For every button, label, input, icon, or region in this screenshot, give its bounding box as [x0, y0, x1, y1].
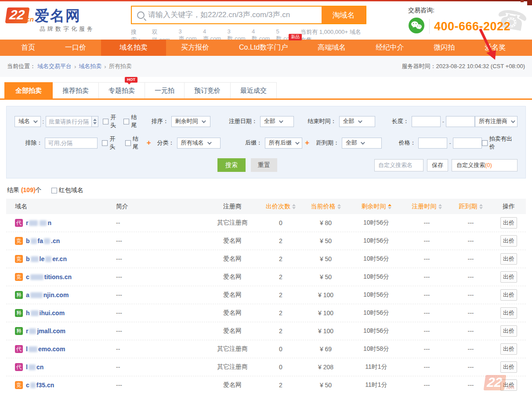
breadcrumb-link[interactable]: 域名交易平台 — [37, 62, 72, 70]
add-exclude-button[interactable]: + — [147, 138, 151, 147]
search-submit-button[interactable]: 淘域名 — [322, 7, 366, 23]
search-icon — [137, 11, 145, 19]
field-type-select[interactable]: 域名 — [14, 116, 41, 127]
sort-select[interactable]: 剩余时间 — [171, 116, 210, 127]
checkbox-icon — [123, 119, 129, 124]
tab-2[interactable]: 推荐拍卖 — [53, 82, 99, 98]
table-row: 竞bleer.cn---爱名网2¥ 5010时56分------出价 — [6, 250, 526, 268]
tab-6[interactable]: 最近成交 — [231, 82, 277, 98]
regtime-cell: --- — [404, 237, 450, 244]
registrar-select[interactable]: 所有注册商 — [475, 116, 518, 127]
domain-cell: 竞bleer.cn — [6, 255, 107, 263]
tab-3[interactable]: 专题拍卖HOT — [99, 82, 145, 98]
starts-with-checkbox[interactable]: 开头 — [103, 113, 119, 129]
nav-item-2[interactable]: 一口价 — [50, 40, 101, 56]
blurred-text — [45, 256, 51, 262]
column-header[interactable]: 出价次数 — [259, 203, 303, 211]
save-button[interactable]: 保存 — [427, 159, 448, 171]
domain-link[interactable]: lemo.com — [26, 346, 65, 353]
price-max-input[interactable] — [453, 138, 482, 149]
reset-button[interactable]: 重置 — [251, 158, 277, 172]
domain-link[interactable]: hihui.com — [26, 309, 65, 317]
nav-item-3[interactable]: 域名拍卖 — [101, 40, 166, 56]
domain-link[interactable]: rn — [26, 219, 51, 226]
bid-button[interactable]: 出价 — [500, 217, 517, 229]
domain-link[interactable]: bfa.cn — [26, 237, 60, 244]
tab-4[interactable]: 一元拍 — [145, 82, 185, 98]
price-cell: ¥ 69 — [303, 346, 349, 353]
remaining-cell: 11时1分 — [349, 363, 404, 371]
column-header[interactable]: 剩余时间 — [349, 203, 404, 211]
bid-button[interactable]: 出价 — [500, 289, 517, 301]
intro-cell: --- — [107, 382, 206, 389]
nav-item-8[interactable]: 微闪拍 — [419, 40, 470, 56]
domain-link[interactable]: lcn — [26, 364, 43, 371]
sort-label: 排序： — [152, 117, 169, 125]
exclude-input[interactable] — [45, 138, 98, 149]
table-row: 代lcn--其它注册商0¥ 20811时1分------出价 — [6, 358, 526, 376]
exclude-ends-checkbox[interactable]: 结尾 — [125, 135, 144, 151]
bid-button[interactable]: 出价 — [500, 235, 517, 247]
domain-link[interactable]: cf35.cn — [26, 382, 54, 389]
site-logo[interactable]: 22 cn 爱名网 品牌数字化服务 — [6, 5, 126, 33]
nav-item-4[interactable]: 买方报价 — [166, 40, 224, 56]
remaining-cell: 10时56分 — [349, 273, 404, 281]
sort-up-icon — [337, 204, 341, 206]
registrar-cell: 爱名网 — [206, 273, 259, 281]
exclude-starts-checkbox[interactable]: 开头 — [102, 135, 121, 151]
regdate-select[interactable]: 全部 — [260, 116, 294, 127]
bid-button[interactable]: 出价 — [500, 307, 517, 319]
domain-text: ihui.com — [40, 309, 65, 317]
has-bid-checkbox[interactable]: 拍卖有出价 — [482, 135, 518, 151]
server-time: 服务器时间：2023-08-22 10:04:32 (CST +08:00) — [402, 62, 525, 70]
nav-item-1[interactable]: 首页 — [6, 40, 50, 56]
expire-cell: --- — [450, 291, 492, 298]
ends-with-checkbox[interactable]: 结尾 — [123, 113, 140, 129]
column-header[interactable]: 距到期 — [450, 203, 492, 211]
domain-link[interactable]: rjmall.com — [26, 328, 65, 335]
wechat-icon[interactable] — [408, 17, 425, 36]
domain-type-badge: 竞 — [15, 273, 23, 281]
logo-site-name: 爱名网 — [35, 8, 81, 23]
tab-5[interactable]: 预订竞价 — [185, 82, 231, 98]
bid-button[interactable]: 出价 — [500, 271, 517, 283]
price-min-input[interactable] — [418, 138, 447, 149]
custom-search-label: 自定义搜索 — [456, 161, 485, 169]
length-min-input[interactable] — [412, 116, 441, 127]
breadcrumb-link[interactable]: 域名拍卖 — [79, 62, 101, 70]
spinner-control[interactable] — [91, 116, 98, 127]
length-max-input[interactable] — [446, 116, 475, 127]
nav-item-6[interactable]: 高端域名 — [303, 40, 361, 56]
column-header[interactable]: 当前价格 — [303, 203, 349, 211]
remaining-cell: 10时56分 — [349, 237, 404, 245]
blurred-text — [29, 364, 36, 370]
regtime-cell: --- — [404, 255, 450, 262]
column-header[interactable]: 注册时间 — [404, 203, 450, 211]
domain-link[interactable]: bleer.cn — [26, 255, 67, 262]
add-suffix-button[interactable]: + — [305, 138, 309, 147]
category-select[interactable]: 所有域名 — [177, 138, 221, 149]
search-input[interactable] — [148, 7, 322, 23]
sort-down-icon — [438, 207, 442, 209]
bids-cell: 2 — [259, 382, 303, 389]
nav-item-7[interactable]: 经纪中介 — [361, 40, 419, 56]
nav-item-5[interactable]: Co.Ltd数字门户新品 — [224, 40, 303, 56]
suffix-select[interactable]: 所有后缀 — [265, 138, 302, 149]
domain-link[interactable]: ctitions.cn — [26, 273, 72, 280]
custom-search-name-input[interactable]: 自定义搜索名 — [374, 159, 423, 171]
nav-item-9[interactable]: 爱名奖 — [470, 40, 521, 56]
redpacket-checkbox[interactable]: 红包域名 — [51, 186, 83, 194]
bid-button[interactable]: 出价 — [500, 343, 517, 355]
expire-select[interactable]: 全部 — [342, 138, 382, 149]
batch-domain-input[interactable] — [46, 116, 91, 127]
endtime-select[interactable]: 全部 — [339, 116, 375, 127]
nav-item-label: 首页 — [21, 43, 35, 52]
domain-link[interactable]: anjin.com — [26, 291, 69, 298]
bid-button[interactable]: 出价 — [500, 253, 517, 265]
tab-1[interactable]: 全部拍卖 — [4, 82, 53, 98]
bid-button[interactable]: 出价 — [500, 361, 517, 373]
search-button[interactable]: 搜索 — [217, 158, 246, 172]
sort-down-icon — [337, 207, 341, 209]
custom-search-box[interactable]: 自定义搜索(0) — [452, 159, 518, 171]
bid-button[interactable]: 出价 — [500, 325, 517, 337]
